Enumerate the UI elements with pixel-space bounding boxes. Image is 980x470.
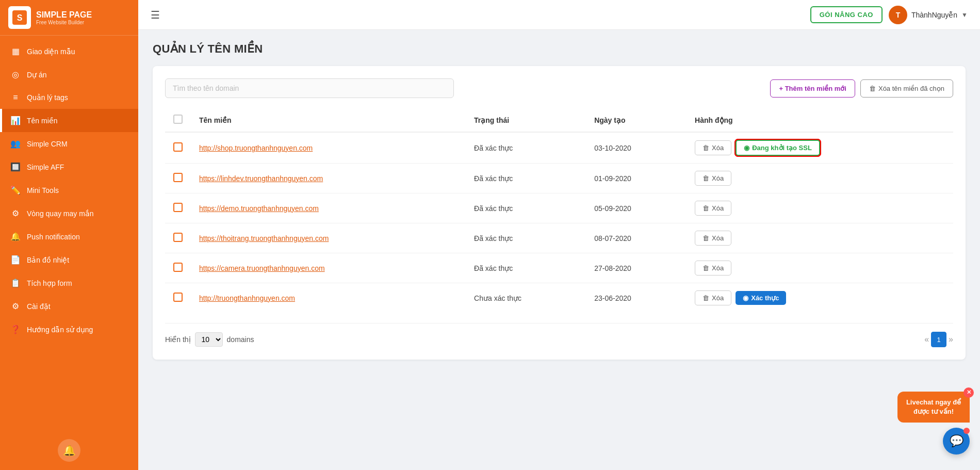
delete-selected-button[interactable]: 🗑 Xóa tên miền đã chọn (860, 79, 953, 98)
hamburger-button[interactable]: ☰ (151, 9, 160, 21)
row-checkbox-3[interactable] (173, 203, 183, 212)
trash-icon: 🗑 (703, 264, 709, 272)
main-area: ☰ GÓI NÂNG CAO T ThànhNguyễn ▼ QUẢN LÝ T… (138, 0, 980, 470)
sidebar-item-giao-dien-mau[interactable]: ▦Giao diện mẫu (0, 40, 138, 63)
action-buttons: 🗑 Xóa (695, 231, 945, 246)
sidebar-item-ten-mien[interactable]: 📊Tên miền (0, 109, 138, 132)
cai-dat-icon: ⚙ (10, 301, 21, 311)
upgrade-button[interactable]: GÓI NÂNG CAO (810, 6, 883, 23)
verify-icon: ◉ (743, 294, 748, 302)
row-checkbox-cell (165, 223, 191, 253)
search-input[interactable] (165, 78, 454, 98)
domain-table: Tên miền Trạng thái Ngày tạo Hành động h… (165, 108, 953, 313)
sidebar: S SIMPLE PAGE Free Website Builder ▦Giao… (0, 0, 138, 470)
toolbar-buttons: + Thêm tên miền mới 🗑 Xóa tên miền đã ch… (770, 79, 953, 98)
status-cell: Đã xác thực (466, 132, 586, 164)
row-checkbox-4[interactable] (173, 233, 183, 242)
sidebar-item-mini-tools[interactable]: ✏️Mini Tools (0, 179, 138, 202)
delete-button-row-1[interactable]: 🗑 Xóa (695, 140, 731, 155)
next-page-button[interactable]: » (949, 335, 953, 344)
domain-link[interactable]: https://camera.truongthanhnguyen.com (199, 264, 325, 272)
action-cell: 🗑 Xóa◉ Xác thực (687, 283, 953, 313)
domain-cell: http://shop.truongthanhnguyen.com (191, 132, 466, 164)
domain-link[interactable]: https://thoitrang.truongthanhnguyen.com (199, 234, 329, 242)
mini-tools-icon: ✏️ (10, 185, 21, 195)
action-cell: 🗑 Xóa (687, 164, 953, 193)
sidebar-item-label: Simple CRM (27, 140, 68, 148)
delete-button-row-3[interactable]: 🗑 Xóa (695, 201, 731, 216)
action-buttons: 🗑 Xóa◉ Đang khởi tạo SSL (695, 140, 945, 156)
domain-link[interactable]: https://linhdev.truongthanhnguyen.com (199, 174, 323, 183)
ssl-button-row-1[interactable]: ◉ Đang khởi tạo SSL (736, 140, 820, 156)
delete-button-row-6[interactable]: 🗑 Xóa (695, 290, 731, 305)
table-row: http://shop.truongthanhnguyen.comĐã xác … (165, 132, 953, 164)
status-cell: Đã xác thực (466, 164, 586, 193)
date-cell: 23-06-2020 (586, 283, 687, 313)
verify-button-row-6[interactable]: ◉ Xác thực (736, 291, 786, 305)
domain-link[interactable]: http://truongthanhnguyen.com (199, 294, 295, 302)
page-1-button[interactable]: 1 (931, 332, 946, 347)
sidebar-item-du-an[interactable]: ◎Dự án (0, 63, 138, 86)
livechat-close-button[interactable]: ✕ (963, 387, 974, 398)
sidebar-item-label: Bản đồ nhiệt (27, 256, 69, 264)
sidebar-item-cai-dat[interactable]: ⚙Cài đặt (0, 295, 138, 318)
topbar: ☰ GÓI NÂNG CAO T ThànhNguyễn ▼ (138, 0, 980, 30)
row-checkbox-5[interactable] (173, 263, 183, 272)
sidebar-item-label: Giao diện mẫu (27, 47, 75, 56)
status-cell: Đã xác thực (466, 193, 586, 223)
topbar-right: GÓI NÂNG CAO T ThànhNguyễn ▼ (810, 6, 968, 24)
row-checkbox-1[interactable] (173, 142, 183, 152)
action-buttons: 🗑 Xóa (695, 171, 945, 186)
date-cell: 08-07-2020 (586, 223, 687, 253)
content-area: QUẢN LÝ TÊN MIỀN + Thêm tên miền mới 🗑 X… (138, 30, 980, 470)
per-page-select[interactable]: 10 20 50 (195, 332, 223, 347)
action-cell: 🗑 Xóa (687, 253, 953, 283)
sidebar-item-simple-aff[interactable]: 🔲Simple AFF (0, 155, 138, 179)
user-name: ThànhNguyễn (911, 11, 957, 19)
logo-main-text: SIMPLE PAGE (36, 10, 92, 20)
notification-bell-button[interactable]: 🔔 (58, 439, 80, 462)
add-domain-button[interactable]: + Thêm tên miền mới (770, 79, 855, 98)
date-cell: 03-10-2020 (586, 132, 687, 164)
sidebar-nav: ▦Giao diện mẫu◎Dự án≡Quản lý tags📊Tên mi… (0, 36, 138, 431)
pagination-pages: « 1 » (924, 332, 953, 347)
domain-link[interactable]: https://demo.truongthanhnguyen.com (199, 204, 319, 213)
sidebar-item-ban-do-nhiet[interactable]: 📄Bản đồ nhiệt (0, 248, 138, 271)
simple-crm-icon: 👥 (10, 139, 21, 149)
domain-link[interactable]: http://shop.truongthanhnguyen.com (199, 144, 313, 152)
trash-icon: 🗑 (869, 85, 876, 92)
table-body: http://shop.truongthanhnguyen.comĐã xác … (165, 132, 953, 313)
push-notification-icon: 🔔 (10, 232, 21, 241)
toolbar: + Thêm tên miền mới 🗑 Xóa tên miền đã ch… (165, 78, 953, 98)
row-checkbox-2[interactable] (173, 173, 183, 182)
livechat-widget: ✕ Livechat ngay để được tư vấn! 💬 (897, 392, 970, 455)
giao-dien-mau-icon: ▦ (10, 46, 21, 56)
delete-button-row-4[interactable]: 🗑 Xóa (695, 231, 731, 246)
logo-text: SIMPLE PAGE Free Website Builder (36, 10, 92, 25)
trash-icon: 🗑 (703, 294, 709, 302)
delete-button-row-2[interactable]: 🗑 Xóa (695, 171, 731, 186)
row-checkbox-cell (165, 283, 191, 313)
simple-aff-icon: 🔲 (10, 162, 21, 172)
sidebar-item-vong-quay-may-man[interactable]: ⚙Vòng quay may mắn (0, 202, 138, 225)
table-row: http://truongthanhnguyen.comChưa xác thự… (165, 283, 953, 313)
page-title: QUẢN LÝ TÊN MIỀN (153, 42, 966, 56)
ban-do-nhiet-icon: 📄 (10, 255, 21, 265)
delete-button-row-5[interactable]: 🗑 Xóa (695, 261, 731, 275)
sidebar-item-huong-dan-su-dung[interactable]: ❓Hướng dẫn sử dụng (0, 318, 138, 341)
user-info[interactable]: T ThànhNguyễn ▼ (889, 6, 968, 24)
table-header: Tên miền Trạng thái Ngày tạo Hành động (165, 108, 953, 132)
header-checkbox[interactable] (173, 115, 183, 124)
sidebar-item-tich-hop-form[interactable]: 📋Tích hợp form (0, 271, 138, 295)
sidebar-item-label: Cài đặt (27, 302, 51, 311)
prev-page-button[interactable]: « (924, 335, 929, 344)
show-label: Hiển thị (165, 335, 191, 344)
sidebar-item-push-notification[interactable]: 🔔Push notification (0, 225, 138, 248)
ssl-icon: ◉ (744, 144, 749, 152)
svg-text:S: S (17, 13, 23, 22)
row-checkbox-6[interactable] (173, 293, 183, 302)
sidebar-item-label: Hướng dẫn sử dụng (27, 326, 93, 334)
sidebar-item-quan-ly-tags[interactable]: ≡Quản lý tags (0, 86, 138, 109)
sidebar-item-simple-crm[interactable]: 👥Simple CRM (0, 132, 138, 155)
du-an-icon: ◎ (10, 70, 21, 79)
